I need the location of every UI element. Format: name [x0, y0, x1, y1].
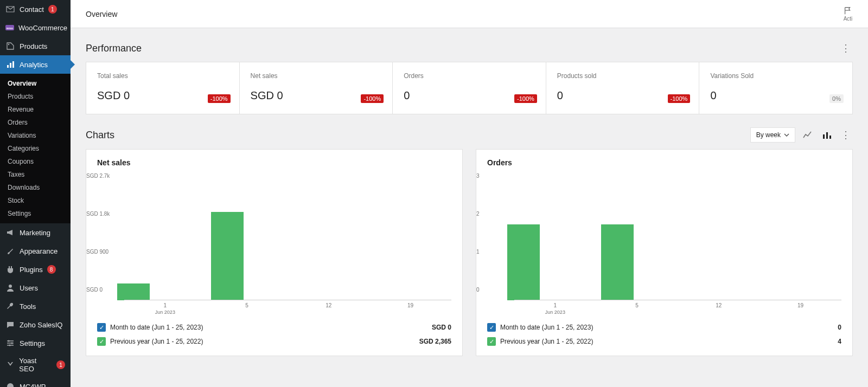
chart-plot: SGD 0SGD 900SGD 1.8kSGD 2.7k [86, 176, 462, 300]
legend-checkbox[interactable]: ✓ [97, 323, 106, 332]
activity-label: Acti [844, 16, 853, 22]
legend-label: Previous year (Jun 1 - 25, 2022) [500, 338, 593, 345]
sidebar-item-contact[interactable]: Contact 1 [0, 0, 71, 18]
sidebar-item-users[interactable]: Users [0, 279, 71, 297]
sidebar-sub-overview[interactable]: Overview [0, 77, 71, 90]
performance-title: Performance [86, 43, 142, 54]
sidebar-item-zoho[interactable]: Zoho SalesIQ [0, 315, 71, 334]
sidebar-item-woocommerce[interactable]: woo WooCommerce [0, 18, 71, 37]
page-title: Overview [86, 10, 117, 18]
mailchimp-icon [5, 382, 15, 387]
svg-rect-13 [829, 136, 831, 139]
perf-card-variations-sold[interactable]: Variations Sold 0 0% [699, 62, 852, 114]
chart-bar [117, 283, 150, 300]
interval-select[interactable]: By week [750, 127, 795, 143]
sidebar-item-settings[interactable]: Settings [0, 334, 71, 352]
svg-rect-11 [823, 134, 825, 139]
content: Performance ⋮ Total sales SGD 0 -100% Ne… [71, 28, 868, 382]
chart-title: Orders [476, 150, 852, 176]
active-pointer-icon [71, 60, 75, 69]
perf-card-total-sales[interactable]: Total sales SGD 0 -100% [86, 62, 240, 114]
svg-rect-12 [826, 132, 828, 139]
sidebar-submenu-analytics: Overview Products Revenue Orders Variati… [0, 74, 71, 223]
wrench-icon [5, 301, 15, 311]
products-icon [5, 41, 15, 51]
y-tick: SGD 0 [86, 287, 120, 293]
chart-net-sales: Net salesSGD 0SGD 900SGD 1.8kSGD 2.7k1Ju… [86, 149, 463, 356]
sidebar-sub-products[interactable]: Products [0, 90, 71, 103]
sidebar-item-plugins[interactable]: Plugins 8 [0, 260, 71, 279]
sidebar-sub-downloads[interactable]: Downloads [0, 181, 71, 194]
x-tick: 12 [716, 302, 722, 308]
performance-section: Performance ⋮ Total sales SGD 0 -100% Ne… [71, 41, 868, 114]
svg-rect-5 [12, 61, 14, 68]
sidebar-sub-stock[interactable]: Stock [0, 194, 71, 207]
bar-chart-toggle[interactable] [819, 127, 834, 143]
sidebar-sub-taxes[interactable]: Taxes [0, 168, 71, 181]
sidebar-item-products[interactable]: Products [0, 37, 71, 55]
chart-legend: ✓ Month to date (Jun 1 - 25, 2023) SGD 0… [86, 315, 462, 356]
user-icon [5, 283, 15, 293]
perf-card-orders[interactable]: Orders 0 -100% [393, 62, 546, 114]
x-tick: 12 [326, 302, 331, 308]
legend-checkbox[interactable]: ✓ [487, 337, 496, 346]
sidebar-sub-settings[interactable]: Settings [0, 207, 71, 220]
svg-point-7 [8, 340, 9, 341]
legend-checkbox[interactable]: ✓ [487, 323, 496, 332]
sidebar-item-mc4wp[interactable]: MC4WP [0, 377, 71, 387]
sidebar-sub-coupons[interactable]: Coupons [0, 155, 71, 168]
perf-label: Net sales [251, 72, 382, 80]
sidebar-item-label: WooCommerce [18, 24, 67, 32]
line-chart-toggle[interactable] [800, 127, 815, 143]
y-tick: 1 [476, 249, 510, 255]
perf-card-net-sales[interactable]: Net sales SGD 0 -100% [240, 62, 393, 114]
legend-row[interactable]: ✓ Previous year (Jun 1 - 25, 2022) 4 [487, 337, 841, 346]
y-tick: 2 [476, 211, 510, 217]
legend-value: 0 [838, 324, 841, 331]
sidebar-item-yoast[interactable]: Yoast SEO 1 [0, 352, 71, 377]
x-tick: 5 [245, 302, 248, 308]
plug-icon [5, 265, 15, 274]
sidebar-sub-revenue[interactable]: Revenue [0, 103, 71, 116]
topbar: Overview Acti [71, 0, 868, 28]
svg-point-10 [7, 383, 14, 387]
legend-row[interactable]: ✓ Month to date (Jun 1 - 25, 2023) 0 [487, 323, 841, 332]
legend-row[interactable]: ✓ Previous year (Jun 1 - 25, 2022) SGD 2… [97, 337, 451, 346]
charts-section: Charts By week ⋮ Net salesSGD 0SGD 900SG… [71, 127, 868, 356]
chart-plot: 0123 [476, 176, 852, 300]
sidebar-item-label: Contact [20, 5, 44, 14]
perf-card-products-sold[interactable]: Products sold 0 -100% [546, 62, 700, 114]
x-tick: 5 [635, 302, 639, 308]
sidebar-item-label: Zoho SalesIQ [20, 321, 63, 329]
charts-title: Charts [86, 130, 114, 141]
activity-button[interactable]: Acti [843, 6, 853, 22]
chevron-down-icon [784, 133, 789, 137]
yoast-icon [5, 360, 15, 370]
sidebar-item-tools[interactable]: Tools [0, 297, 71, 315]
sidebar-sub-categories[interactable]: Categories [0, 142, 71, 155]
sidebar-item-label: MC4WP [20, 383, 46, 388]
legend-checkbox[interactable]: ✓ [97, 337, 106, 346]
chart-bar [211, 212, 244, 300]
perf-delta: 0% [829, 94, 844, 103]
chart-bar [507, 224, 540, 300]
sidebar-sub-variations[interactable]: Variations [0, 129, 71, 142]
sidebar-item-appearance[interactable]: Appearance [0, 242, 71, 260]
y-tick: 0 [476, 287, 510, 293]
y-tick: SGD 2.7k [86, 173, 120, 179]
perf-delta: -100% [208, 94, 231, 103]
count-badge: 8 [47, 265, 56, 274]
performance-cards: Total sales SGD 0 -100% Net sales SGD 0 … [86, 62, 853, 114]
sidebar-item-label: Products [20, 42, 47, 50]
woocommerce-icon: woo [5, 23, 14, 33]
chart-orders: Orders01231Jun 202351219 ✓ Month to date… [476, 149, 853, 356]
sidebar-item-analytics[interactable]: Analytics [0, 55, 71, 74]
charts-menu-button[interactable]: ⋮ [839, 128, 853, 142]
sidebar-sub-orders[interactable]: Orders [0, 116, 71, 129]
legend-value: SGD 0 [432, 324, 451, 331]
performance-menu-button[interactable]: ⋮ [839, 41, 853, 55]
perf-delta: -100% [361, 94, 384, 103]
sidebar-item-marketing[interactable]: Marketing [0, 223, 71, 242]
legend-row[interactable]: ✓ Month to date (Jun 1 - 25, 2023) SGD 0 [97, 323, 451, 332]
perf-value: 0 [710, 89, 841, 102]
